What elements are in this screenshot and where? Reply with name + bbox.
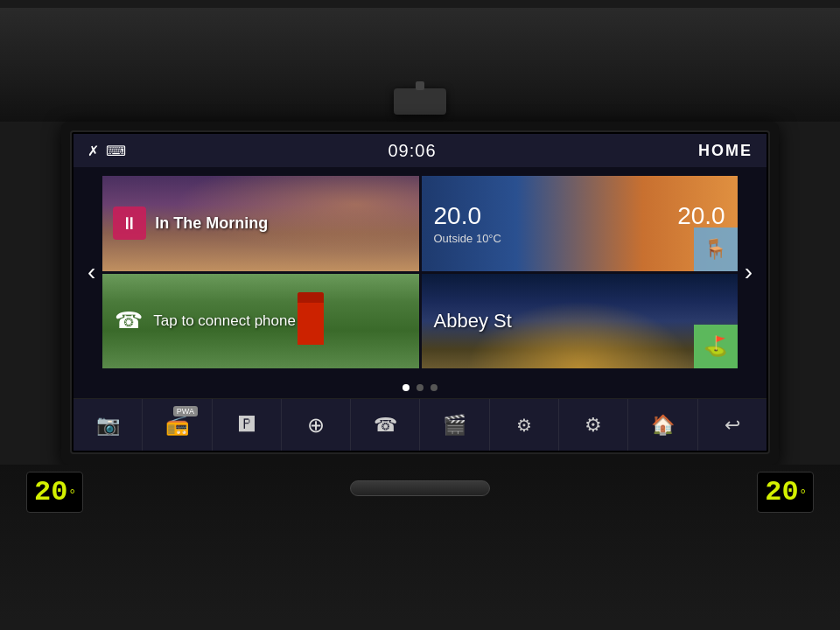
pwa-badge: PWA xyxy=(173,406,198,416)
center-vent-controls xyxy=(83,472,757,496)
rearview-mirror xyxy=(394,88,446,115)
left-nav-arrow[interactable]: ‹ xyxy=(80,258,102,286)
toolbar-settings[interactable]: ⚙ xyxy=(559,399,628,451)
keyboard-icon: ⌨ xyxy=(106,143,126,159)
parking-icon: 🅿 xyxy=(239,416,255,434)
pause-button[interactable]: ⏸ xyxy=(113,206,146,240)
navigation-tile[interactable]: Abbey St ⛳ xyxy=(422,274,738,369)
phone-icon: ☎ xyxy=(115,307,143,334)
toolbar-phone-icon: ☎ xyxy=(374,414,397,437)
toolbar-menu[interactable]: ⊕ xyxy=(282,399,351,451)
home-label: HOME xyxy=(698,142,752,160)
pagination-dot-2[interactable] xyxy=(416,384,424,391)
vent-handle[interactable] xyxy=(350,480,490,496)
bottom-toolbar: 📷 📻 PWA 🅿 ⊕ ☎ 🎬 ⚙ ⚙ xyxy=(74,398,766,451)
home-icon: 🏠 xyxy=(651,414,675,437)
media-icon: 🎬 xyxy=(443,414,466,437)
car-bottom-frame: 20 ° 20 ° xyxy=(0,465,840,622)
right-temperature-area: 20 ° xyxy=(757,472,814,513)
climate-tile-content: 20.0 Outside 10°C 20.0 xyxy=(422,193,738,254)
music-title: In The Morning xyxy=(155,214,268,234)
status-left: ✗ ⌨ xyxy=(88,143,126,159)
left-temperature-display: 20 ° xyxy=(26,472,83,513)
nav-tile-content: Abbey St xyxy=(422,301,738,341)
car-top-frame xyxy=(0,8,840,122)
toolbar-connections[interactable]: ⚙ xyxy=(490,399,559,451)
music-tile[interactable]: ⏸ In The Morning xyxy=(102,176,418,271)
left-temp-degree: ° xyxy=(69,487,74,503)
pagination-dots xyxy=(74,377,766,398)
music-tile-content: ⏸ In The Morning xyxy=(102,196,418,250)
phone-tile-content: ☎ Tap to connect phone xyxy=(102,295,418,347)
settings-icon: ⚙ xyxy=(584,414,602,437)
pause-icon: ⏸ xyxy=(121,214,138,234)
phone-tile[interactable]: ☎ Tap to connect phone xyxy=(102,274,418,369)
toolbar-home[interactable]: 🏠 xyxy=(628,399,697,451)
toolbar-video[interactable]: 📷 xyxy=(74,399,143,451)
phone-connect-label: Tap to connect phone xyxy=(153,312,296,330)
climate-temp-left: 20.0 xyxy=(434,202,501,230)
screen-bezel: ✗ ⌨ 09:06 HOME ‹ ⏸ In The Morning xyxy=(70,130,770,454)
back-icon: ↩ xyxy=(724,414,740,437)
pagination-dot-1[interactable] xyxy=(402,384,410,391)
status-time: 09:06 xyxy=(388,141,436,161)
climate-left: 20.0 Outside 10°C xyxy=(434,202,501,245)
right-temp-value: 20 xyxy=(765,476,798,508)
toolbar-pwa[interactable]: 📻 PWA xyxy=(143,399,212,451)
infotainment-unit: ✗ ⌨ 09:06 HOME ‹ ⏸ In The Morning xyxy=(61,122,779,465)
climate-outside-temp: Outside 10°C xyxy=(434,232,501,245)
right-nav-arrow[interactable]: › xyxy=(738,258,760,286)
main-content-area: ‹ ⏸ In The Morning xyxy=(74,167,766,377)
video-icon: 📷 xyxy=(96,414,120,437)
climate-temp-right: 20.0 xyxy=(677,202,725,230)
toolbar-back[interactable]: ↩ xyxy=(698,399,766,451)
toolbar-media[interactable]: 🎬 xyxy=(420,399,489,451)
status-bar: ✗ ⌨ 09:06 HOME xyxy=(74,134,766,167)
right-temp-degree: ° xyxy=(801,487,806,503)
toolbar-parking[interactable]: 🅿 xyxy=(213,399,282,451)
toolbar-phone[interactable]: ☎ xyxy=(351,399,420,451)
nav-street-name: Abbey St xyxy=(434,310,512,332)
left-temp-value: 20 xyxy=(34,476,67,508)
mute-icon: ✗ xyxy=(88,143,99,159)
menu-circle-icon: ⊕ xyxy=(307,413,325,438)
climate-tile[interactable]: 20.0 Outside 10°C 20.0 🪑 xyxy=(422,176,738,271)
right-temperature-display: 20 ° xyxy=(757,472,814,513)
phone-icon-wrapper: ☎ xyxy=(113,305,144,337)
pwa-icon: 📻 xyxy=(165,414,189,437)
tiles-grid: ⏸ In The Morning 20.0 Outside 10°C 20.0 xyxy=(102,176,737,368)
pagination-dot-3[interactable] xyxy=(430,384,438,391)
connections-icon: ⚙ xyxy=(516,415,532,436)
